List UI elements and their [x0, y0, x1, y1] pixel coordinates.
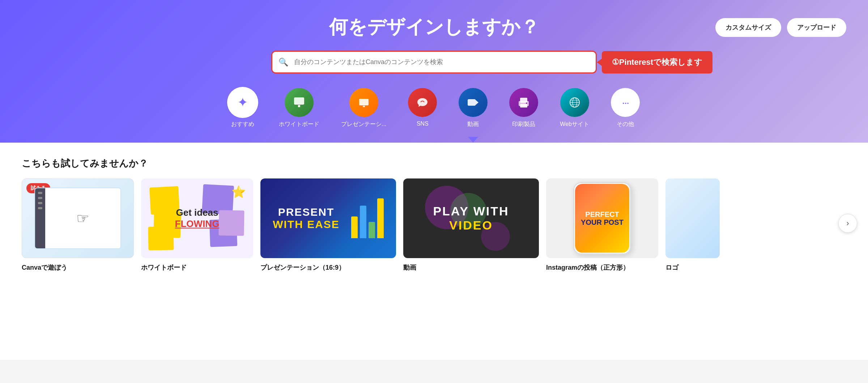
hero-banner: 何をデザインしますか？ カスタムサイズ アップロード 🔍 ①Pinterestで…	[0, 0, 868, 143]
category-item-video[interactable]: 動画	[459, 88, 488, 128]
category-row: ✦ おすすめ ホワイトボード	[22, 88, 846, 137]
search-icon: 🔍	[278, 58, 288, 67]
category-label-video: 動画	[467, 121, 479, 128]
card-thumbnail-logo	[665, 178, 720, 258]
toolbar-dot-2	[38, 197, 42, 199]
card-thumbnail-whiteboard: ⭐ Get ideas FLOWING	[141, 178, 253, 258]
section-title: こちらも試してみませんか？	[22, 157, 846, 170]
card-presentation[interactable]: PRESENT WITH EASE プレゼンテーション（16:9）	[260, 178, 396, 272]
sticky-note-p3	[218, 210, 244, 236]
bar-2	[360, 206, 366, 238]
category-item-web[interactable]: Webサイト	[560, 88, 589, 128]
sticky-note-y1	[149, 186, 180, 214]
category-label-recommended: おすすめ	[231, 121, 254, 128]
svg-rect-1	[295, 98, 303, 104]
perfect-line2: YOUR POST	[581, 218, 624, 226]
star-badge-icon: ⭐	[231, 185, 246, 199]
svg-rect-10	[520, 104, 527, 108]
svg-marker-7	[476, 100, 478, 105]
card-label-canva: Canvaで遊ぼう	[22, 263, 134, 272]
whiteboard-icon	[293, 96, 306, 109]
category-item-more[interactable]: ··· その他	[611, 88, 640, 128]
play-with-text: PLAY WITH VIDEO	[433, 204, 509, 232]
play-line2: VIDEO	[433, 218, 509, 232]
editor-canvas: ☞	[45, 188, 120, 248]
sns-icon	[416, 96, 429, 109]
web-icon	[568, 96, 581, 109]
category-icon-whiteboard	[285, 88, 314, 117]
category-item-print[interactable]: 印刷製品	[509, 88, 538, 128]
category-icon-more: ···	[611, 88, 640, 117]
card-thumbnail-canva: 試みる ☞	[22, 178, 134, 258]
toolbar-dot-4	[38, 207, 42, 209]
card-label-whiteboard: ホワイトボード	[141, 263, 253, 272]
card-video[interactable]: PLAY WITH VIDEO 動画	[403, 178, 539, 272]
svg-rect-5	[363, 106, 365, 107]
custom-size-button[interactable]: カスタムサイズ	[715, 18, 781, 37]
category-item-whiteboard[interactable]: ホワイトボード	[279, 88, 319, 128]
category-icon-presentation	[349, 88, 378, 117]
toolbar-dot-3	[38, 202, 42, 204]
card-whiteboard[interactable]: ⭐ Get ideas FLOWING ホワイトボード	[141, 178, 253, 272]
present-line2: WITH EASE	[273, 218, 340, 231]
recommended-icon: ✦	[237, 95, 248, 110]
phone-screen: PERFECT YOUR POST	[575, 184, 629, 253]
category-label-print: 印刷製品	[512, 121, 535, 128]
video-icon	[467, 96, 480, 109]
print-icon	[517, 96, 530, 109]
next-arrow-button[interactable]: ›	[838, 214, 857, 233]
svg-point-11	[526, 102, 527, 104]
editor-toolbar	[35, 188, 45, 248]
card-logo[interactable]: ロゴ	[665, 178, 720, 272]
canva-editor-mock: ☞	[34, 188, 121, 249]
card-thumbnail-instagram: PERFECT YOUR POST	[546, 178, 658, 258]
hand-cursor-icon: ☞	[76, 210, 89, 227]
active-category-indicator	[468, 137, 478, 143]
perfect-line1: PERFECT	[581, 210, 624, 218]
card-label-logo: ロゴ	[665, 263, 720, 272]
more-icon: ···	[622, 96, 629, 109]
cards-row: 試みる ☞ Canvaで遊ぼう	[22, 178, 846, 272]
bar-chart	[351, 198, 384, 238]
card-label-video: 動画	[403, 263, 539, 272]
category-item-presentation[interactable]: プレゼンテーシ...	[341, 88, 386, 128]
category-item-recommended[interactable]: ✦ おすすめ	[228, 88, 257, 128]
svg-rect-4	[360, 100, 368, 105]
sticky-note-y3	[148, 226, 174, 250]
main-content: こちらも試してみませんか？ 試みる ☞ Canvaで遊ぼう	[0, 143, 868, 360]
present-line1: PRESENT	[273, 206, 340, 218]
upload-button[interactable]: アップロード	[787, 18, 846, 37]
category-label-more: その他	[617, 121, 634, 128]
whiteboard-mock: ⭐ Get ideas FLOWING	[146, 183, 248, 254]
presentation-icon	[357, 96, 370, 109]
card-label-instagram: Instagramの投稿（正方形）	[546, 263, 658, 272]
bar-3	[369, 222, 375, 238]
bar-1	[351, 216, 358, 238]
svg-rect-2	[298, 105, 300, 107]
category-icon-video	[459, 88, 488, 117]
pinterest-badge: ①Pinterestで検索します	[602, 51, 712, 73]
category-label-whiteboard: ホワイトボード	[279, 121, 319, 128]
svg-rect-6	[468, 99, 476, 106]
phone-mock: PERFECT YOUR POST	[573, 182, 631, 254]
category-icon-recommended: ✦	[228, 88, 257, 117]
toolbar-dot-1	[38, 192, 42, 194]
category-label-sns: SNS	[417, 121, 429, 127]
card-thumbnail-video: PLAY WITH VIDEO	[403, 178, 539, 258]
card-canva-play[interactable]: 試みる ☞ Canvaで遊ぼう	[22, 178, 134, 272]
card-instagram[interactable]: PERFECT YOUR POST Instagramの投稿（正方形）	[546, 178, 658, 272]
card-thumbnail-presentation: PRESENT WITH EASE	[260, 178, 396, 258]
category-icon-print	[509, 88, 538, 117]
category-label-web: Webサイト	[560, 121, 589, 128]
search-container: 🔍 ①Pinterestで検索します	[271, 51, 597, 73]
search-input[interactable]	[271, 51, 597, 73]
bar-4	[377, 198, 384, 238]
present-text: PRESENT WITH EASE	[273, 206, 340, 231]
category-label-presentation: プレゼンテーシ...	[341, 121, 386, 128]
perfect-text: PERFECT YOUR POST	[581, 210, 624, 226]
category-item-sns[interactable]: SNS	[408, 88, 437, 128]
category-icon-sns	[408, 88, 437, 117]
card-label-presentation: プレゼンテーション（16:9）	[260, 263, 396, 272]
category-icon-web	[560, 88, 589, 117]
play-line1: PLAY WITH	[433, 204, 509, 218]
